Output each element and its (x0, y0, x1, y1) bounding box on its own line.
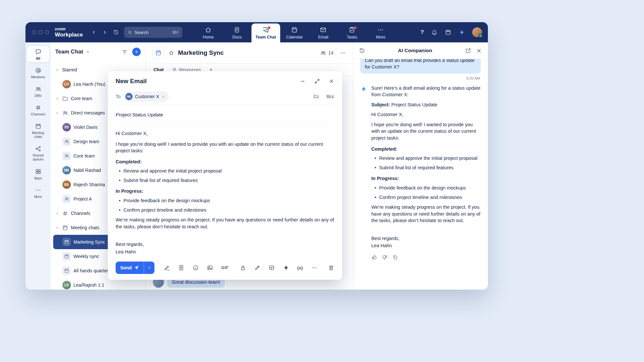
email-greeting: Hi Customer X, (116, 130, 334, 137)
tab-team-chat[interactable]: Team Chat (251, 23, 280, 42)
chevron-down-icon[interactable] (86, 50, 90, 54)
notifications-icon[interactable] (431, 29, 438, 36)
subject-label: Subject: (371, 102, 390, 107)
history-icon[interactable] (113, 29, 119, 35)
gif-button[interactable]: GIF (221, 265, 228, 270)
ai-conversation: Can you draft an email that provides a s… (353, 59, 488, 290)
new-email-modal: New Email To ML Customer X Cc Bcc Projec… (108, 71, 342, 280)
tab-docs[interactable]: Docs (223, 23, 251, 42)
back-icon[interactable] (91, 29, 97, 35)
list-item: Review and approve the initial project p… (119, 168, 334, 174)
rail-item-all[interactable]: All (27, 46, 49, 62)
meeting-icon (62, 266, 71, 275)
history-icon[interactable] (359, 48, 365, 54)
tab-calendar[interactable]: Calendar (280, 23, 309, 42)
copy-icon[interactable] (392, 254, 398, 260)
send-button[interactable]: Send (116, 262, 144, 274)
variables-button[interactable]: {x} (297, 265, 303, 270)
send-options-button[interactable] (144, 262, 154, 274)
main-nav-tabs: Home Docs Team Chat Calendar Email (194, 22, 395, 42)
rail-item-apps[interactable]: Apps (27, 166, 49, 182)
close-icon[interactable] (476, 48, 482, 54)
edit-icon[interactable] (254, 264, 261, 271)
calendar-today-icon[interactable] (445, 29, 451, 36)
team-icon (62, 195, 71, 203)
open-in-new-icon[interactable] (465, 48, 471, 54)
calendar-icon (291, 26, 298, 33)
email-inprogress-heading: In Progress: (116, 188, 334, 195)
image-icon[interactable] (207, 264, 213, 271)
thumbs-up-icon[interactable] (371, 254, 377, 260)
chat-name: Lea/Rajesh 1:1 (73, 282, 104, 288)
user-avatar[interactable] (472, 27, 482, 37)
rail-item-meeting-chats[interactable]: Meeting chats (27, 121, 49, 141)
tab-tasks[interactable]: Tasks (338, 23, 366, 42)
email-completed-heading: Completed: (116, 158, 334, 165)
ai-completed-heading: Completed: (371, 146, 481, 153)
user-message-bubble: Can you draft an email that provides a s… (360, 59, 481, 74)
new-chat-button[interactable] (132, 48, 141, 56)
recipient-avatar: ML (125, 93, 133, 100)
meeting-icon (62, 252, 71, 261)
rail-label: All (36, 56, 40, 60)
emoji-icon[interactable] (192, 264, 199, 271)
chevron-down-icon (55, 226, 59, 230)
chat-name: Core team (73, 153, 95, 158)
channel-more-icon[interactable] (340, 50, 346, 56)
window-controls (32, 30, 49, 34)
email-icon (320, 26, 327, 33)
more-icon[interactable] (311, 264, 317, 271)
home-icon (205, 26, 212, 33)
cc-button[interactable]: Cc (314, 94, 319, 99)
layout-icon[interactable] (268, 264, 275, 271)
chat-list-title[interactable]: Team Chat (55, 49, 83, 55)
window-minimize-button[interactable] (39, 30, 42, 34)
close-icon[interactable] (329, 78, 334, 84)
subject-field[interactable]: Project Status Update (116, 108, 163, 122)
window-close-button[interactable] (32, 30, 36, 34)
rail-item-shared-spaces[interactable]: Shared spaces (27, 143, 49, 163)
remove-recipient-icon[interactable] (161, 95, 165, 98)
tab-label: Home (203, 35, 214, 39)
bcc-button[interactable]: Bcc (327, 94, 334, 99)
tab-more[interactable]: More (366, 23, 395, 42)
member-count[interactable]: 14 (320, 50, 333, 56)
window-zoom-button[interactable] (45, 30, 49, 34)
attach-file-icon[interactable] (178, 264, 185, 271)
lock-icon[interactable] (240, 264, 246, 271)
ai-companion-icon[interactable] (459, 29, 465, 36)
avatar: RS (62, 180, 71, 189)
people-icon (62, 110, 68, 116)
expand-icon[interactable] (314, 78, 320, 84)
chat-name: Marketing Sync (73, 239, 105, 245)
ai-sparkle-icon[interactable] (283, 264, 289, 271)
recipient-chip[interactable]: ML Customer X (124, 92, 169, 101)
chat-name: Violet Davis (73, 125, 98, 130)
ai-companion-panel: AI Companion Can you draft an email that… (353, 42, 488, 290)
forward-icon[interactable] (102, 29, 108, 35)
delete-icon[interactable] (328, 264, 334, 271)
thumbs-down-icon[interactable] (382, 254, 388, 260)
more-icon (377, 26, 384, 33)
ai-subject-line: Subject: Project Status Update (371, 101, 481, 108)
email-signoff: Best regards, (116, 241, 334, 248)
star-icon[interactable] (168, 50, 174, 56)
ai-paragraph: I hope you’re doing well! I wanted to pr… (371, 121, 481, 142)
rail-item-channels[interactable]: Channels (27, 102, 49, 118)
email-body-editor[interactable]: Hi Customer X, I hope you’re doing well!… (108, 125, 342, 257)
minimize-icon[interactable] (300, 78, 306, 84)
tab-home[interactable]: Home (194, 23, 223, 42)
rail-item-dms[interactable]: DMs (27, 83, 49, 99)
plus-icon (134, 50, 139, 54)
rail-label: More (34, 195, 42, 199)
team-icon (62, 152, 71, 160)
tab-email[interactable]: Email (309, 23, 338, 42)
filter-icon[interactable] (121, 49, 128, 55)
rail-item-more[interactable]: More (27, 185, 49, 201)
signature-icon[interactable] (164, 264, 170, 271)
help-icon[interactable]: ? (421, 29, 424, 36)
search-input[interactable]: Search ⌘F (124, 27, 182, 38)
chat-name: Project A (73, 196, 92, 202)
rail-item-mentions[interactable]: Mentions (27, 65, 49, 81)
people-icon (320, 50, 326, 56)
